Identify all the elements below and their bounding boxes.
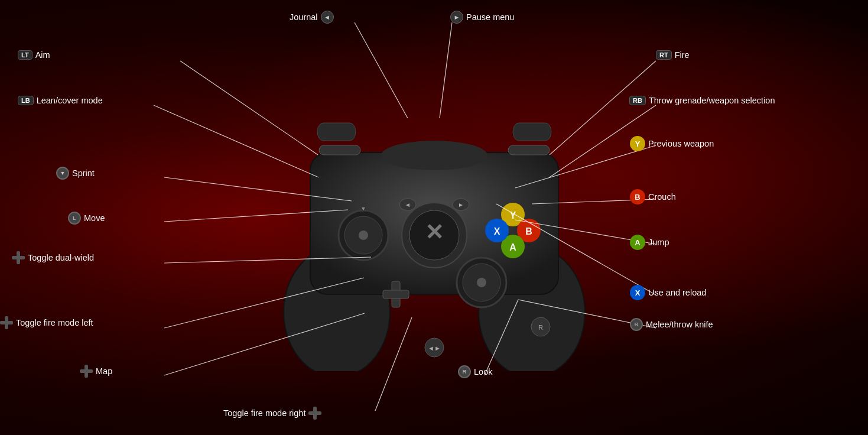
r-stick-look-icon: R: [458, 365, 471, 378]
svg-rect-62: [308, 411, 321, 415]
lb-badge: LB: [18, 96, 34, 105]
l-stick-sprint-icon: ▼: [56, 167, 69, 180]
fire-label: RT Fire: [656, 50, 690, 60]
toggle-fire-left-label: Toggle fire mode left: [0, 316, 93, 329]
svg-text:B: B: [525, 226, 532, 236]
a-btn-icon: A: [630, 235, 645, 250]
svg-text:◄►: ◄►: [428, 345, 441, 352]
svg-rect-56: [12, 256, 25, 259]
toggle-fire-left-text: Toggle fire mode left: [16, 318, 93, 327]
aim-text: Aim: [35, 50, 50, 60]
toggle-dual-label: Toggle dual-wield: [12, 251, 94, 264]
svg-text:A: A: [509, 242, 516, 252]
use-reload-label: X Use and reload: [630, 285, 706, 300]
melee-label: R Melee/throw knife: [630, 318, 713, 331]
toggle-dual-text: Toggle dual-wield: [28, 253, 94, 262]
svg-point-16: [477, 278, 486, 287]
use-reload-text: Use and reload: [648, 288, 706, 297]
svg-rect-60: [80, 369, 93, 373]
back-btn-icon: ◄: [321, 11, 334, 24]
b-btn-icon: B: [630, 189, 645, 204]
sprint-text: Sprint: [72, 168, 95, 178]
svg-text:▼: ▼: [361, 206, 366, 212]
y-btn-icon: Y: [630, 136, 645, 151]
look-text: Look: [474, 367, 492, 376]
dpad-up-icon: [12, 251, 25, 264]
previous-weapon-text: Previous weapon: [648, 139, 714, 148]
svg-rect-8: [513, 123, 551, 141]
map-dpad-icon: [80, 365, 93, 378]
toggle-fire-right-label: Toggle fire mode right: [223, 407, 321, 420]
pause-menu-text: Pause menu: [466, 12, 514, 22]
previous-weapon-label: Y Previous weapon: [630, 136, 714, 151]
journal-label: Journal ◄: [290, 11, 334, 24]
sprint-label: Sprint ▼: [56, 167, 95, 180]
svg-rect-9: [319, 145, 360, 155]
melee-text: Melee/throw knife: [646, 320, 713, 329]
fire-text: Fire: [675, 50, 690, 60]
svg-rect-7: [317, 123, 356, 141]
aim-label: Aim LT: [18, 50, 50, 60]
start-btn-icon: ►: [450, 11, 463, 24]
lt-badge: LT: [18, 50, 32, 60]
svg-rect-18: [383, 290, 409, 298]
look-label: R Look: [458, 365, 492, 378]
x-btn-icon: X: [630, 285, 645, 300]
svg-rect-10: [508, 145, 550, 155]
svg-text:R: R: [538, 324, 543, 331]
crouch-text: Crouch: [648, 192, 676, 202]
lean-cover-label: Lean/cover mode LB: [18, 96, 103, 105]
svg-text:Y: Y: [509, 210, 516, 220]
map-label: Map: [80, 365, 112, 378]
svg-text:✕: ✕: [425, 220, 444, 245]
crouch-label: B Crouch: [630, 189, 676, 204]
journal-text: Journal: [290, 12, 318, 22]
toggle-fire-right-text: Toggle fire mode right: [223, 408, 305, 418]
dpad-right-icon: [308, 407, 321, 420]
throw-grenade-label: RB Throw grenade/weapon selection: [629, 96, 775, 105]
move-text: Move: [84, 213, 105, 223]
svg-point-13: [359, 231, 368, 240]
throw-grenade-text: Throw grenade/weapon selection: [649, 96, 775, 105]
lean-cover-text: Lean/cover mode: [37, 96, 103, 105]
move-label: Move L: [68, 212, 105, 225]
svg-text:◄: ◄: [405, 202, 411, 208]
dpad-left-icon: [0, 316, 13, 329]
l-stick-move-icon: L: [68, 212, 81, 225]
pause-menu-label: ► Pause menu: [450, 11, 514, 24]
rt-badge: RT: [656, 50, 672, 60]
svg-text:X: X: [493, 226, 500, 236]
svg-rect-58: [0, 321, 13, 324]
jump-label: A Jump: [630, 235, 669, 250]
r-stick-melee-icon: R: [630, 318, 643, 331]
map-text: Map: [96, 366, 112, 376]
rb-badge: RB: [629, 96, 646, 105]
svg-point-3: [381, 141, 487, 170]
jump-text: Jump: [648, 238, 669, 247]
svg-text:►: ►: [458, 202, 464, 208]
